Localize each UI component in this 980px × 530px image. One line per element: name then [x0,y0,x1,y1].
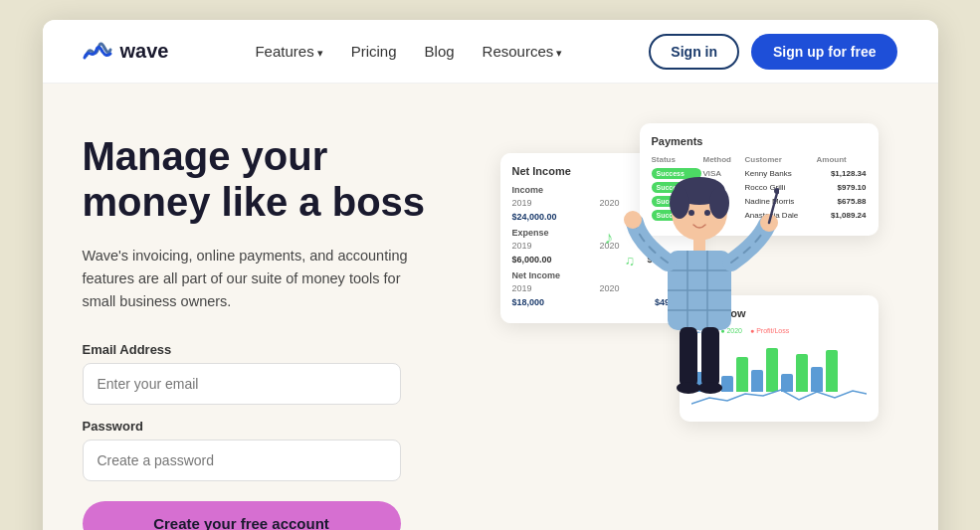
svg-point-20 [698,382,722,394]
svg-point-13 [624,211,642,229]
create-account-button[interactable]: Create your free account [83,501,401,530]
email-form-group: Email Address [83,342,461,405]
signup-button[interactable]: Sign up for free [751,34,897,70]
svg-rect-18 [701,327,719,387]
svg-point-4 [688,210,694,216]
logo[interactable]: wave [83,40,169,64]
nav-item-pricing[interactable]: Pricing [351,43,397,61]
nav-links: Features Pricing Blog Resources [255,43,562,61]
nav-buttons: Sign in Sign up for free [649,34,897,70]
svg-point-5 [704,210,710,216]
nav-item-resources[interactable]: Resources [483,43,563,61]
illustration-person [620,163,779,422]
payments-card-title: Payments [652,135,867,147]
browser-window: wave Features Pricing Blog Resources Sig… [43,20,938,530]
svg-point-2 [670,187,689,219]
hero-description: Wave's invoicing, online payments, and a… [83,245,421,314]
svg-point-3 [709,187,729,219]
music-note-1: ♪ [605,228,614,249]
signin-button[interactable]: Sign in [649,34,739,70]
wave-logo-icon [83,40,114,64]
email-label: Email Address [83,342,461,357]
password-input[interactable] [83,440,401,481]
hero-title: Manage your money like a boss [83,133,461,225]
nav-item-features[interactable]: Features [255,43,322,61]
logo-text: wave [120,40,169,63]
svg-rect-6 [693,239,705,251]
email-input[interactable] [83,363,401,405]
svg-rect-17 [680,327,697,387]
svg-point-19 [677,382,700,394]
svg-point-16 [774,188,779,194]
music-note-2: ♫ [625,253,636,268]
hero-section: Manage your money like a boss Wave's inv… [43,84,938,530]
nav-item-blog[interactable]: Blog [425,43,455,61]
password-label: Password [83,419,461,434]
hero-illustration: Net Income Income 2019 2020 $24,000.00 $… [481,123,898,442]
navbar: wave Features Pricing Blog Resources Sig… [43,20,938,84]
hero-left: Manage your money like a boss Wave's inv… [83,123,461,530]
password-form-group: Password [83,419,461,481]
